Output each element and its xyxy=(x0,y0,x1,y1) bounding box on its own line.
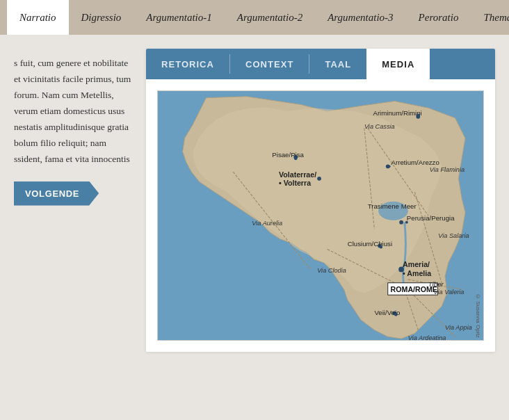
content-card: RETORICA CONTEXT TAAL MEDIA xyxy=(146,49,495,352)
svg-text:Perusia/Perugia: Perusia/Perugia xyxy=(407,214,455,222)
svg-point-14 xyxy=(399,220,403,225)
svg-text:Volaterrae/: Volaterrae/ xyxy=(279,170,316,179)
svg-point-32 xyxy=(405,221,408,224)
nav-tab-argumentatio2[interactable]: Argumentatio-2 xyxy=(225,0,315,35)
copyright-label: © Susanna Opitz xyxy=(475,293,481,338)
svg-point-13 xyxy=(317,177,321,181)
map-container: Ariminum/Rimini Via Cassia Pisae/Pisa Ar… xyxy=(146,79,495,352)
subtab-retorica[interactable]: RETORICA xyxy=(146,49,229,79)
svg-text:Via Salaria: Via Salaria xyxy=(438,232,469,239)
main-area: s fuit, cum genere et nobilitate et vici… xyxy=(0,35,509,366)
svg-text:Via Appia: Via Appia xyxy=(445,324,472,331)
right-panel: RETORICA CONTEXT TAAL MEDIA xyxy=(146,49,509,352)
svg-point-35 xyxy=(380,246,382,249)
svg-text:Ariminum/Rimini: Ariminum/Rimini xyxy=(373,109,421,117)
svg-point-23 xyxy=(294,156,298,160)
svg-text:Via Aurelia: Via Aurelia xyxy=(252,220,282,227)
map-wrapper: Ariminum/Rimini Via Cassia Pisae/Pisa Ar… xyxy=(157,90,484,341)
svg-text:Arretium/Arezzo: Arretium/Arezzo xyxy=(391,159,439,166)
subtab-context[interactable]: CONTEXT xyxy=(230,49,309,79)
map-svg: Ariminum/Rimini Via Cassia Pisae/Pisa Ar… xyxy=(158,91,483,340)
nav-tab-digressio[interactable]: Digressio xyxy=(69,0,134,35)
svg-point-25 xyxy=(388,165,391,168)
nav-tab-themas[interactable]: Thema's xyxy=(471,0,509,35)
svg-point-42 xyxy=(394,313,398,316)
subtab-media[interactable]: MEDIA xyxy=(366,49,430,79)
nav-tab-argumentatio1[interactable]: Argumentatio-1 xyxy=(134,0,224,35)
svg-text:Via Cassia: Via Cassia xyxy=(364,123,395,130)
nav-tab-narratio[interactable]: Narratio xyxy=(7,0,69,35)
svg-text:Via Flaminia: Via Flaminia xyxy=(430,166,464,173)
subtab-taal[interactable]: TAAL xyxy=(309,49,366,79)
nav-tab-peroratio[interactable]: Peroratio xyxy=(406,0,471,35)
sub-tabs: RETORICA CONTEXT TAAL MEDIA xyxy=(146,49,495,79)
svg-text:ROMA/ROME: ROMA/ROME xyxy=(391,285,437,293)
left-panel: s fuit, cum genere et nobilitate et vici… xyxy=(0,49,146,352)
svg-text:• Volterra: • Volterra xyxy=(279,179,311,187)
svg-text:Via Ardeatina: Via Ardeatina xyxy=(408,334,446,340)
svg-point-20 xyxy=(417,113,420,117)
svg-text:Via Valeria: Via Valeria xyxy=(434,289,464,296)
svg-text:Trasimene Meer: Trasimene Meer xyxy=(368,202,417,210)
svg-text:Ameria/: Ameria/ xyxy=(403,261,430,269)
svg-text:Via Clodia: Via Clodia xyxy=(317,267,346,274)
svg-text:Clusium/Chiusi: Clusium/Chiusi xyxy=(348,240,392,248)
top-navigation: Narratio Digressio Argumentatio-1 Argume… xyxy=(0,0,509,35)
body-text: s fuit, cum genere et nobilitate et vici… xyxy=(14,56,136,168)
svg-text:• Amelia: • Amelia xyxy=(403,269,431,277)
nav-tab-argumentatio3[interactable]: Argumentatio-3 xyxy=(315,0,405,35)
svg-text:Pisae/Pisa: Pisae/Pisa xyxy=(272,151,304,159)
next-button[interactable]: VOLGENDE xyxy=(14,181,99,206)
